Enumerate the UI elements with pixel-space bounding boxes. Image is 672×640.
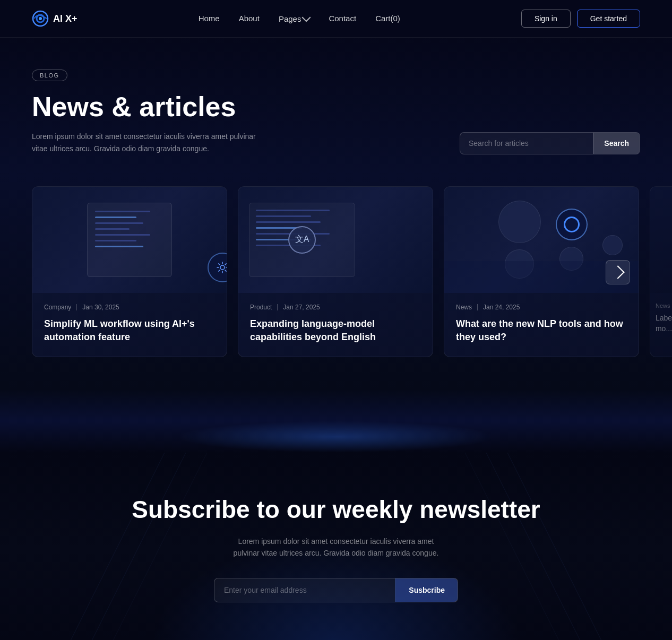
card-title-3: What are the new NLP tools and how they … — [456, 317, 627, 344]
card-2[interactable]: 文A Product Jan 27, 2025 Expanding langua… — [238, 186, 433, 357]
nav-item-pages[interactable]: Pages — [279, 14, 310, 23]
gradient-divider — [0, 389, 672, 453]
card-3[interactable]: News Jan 24, 2025 What are the new NLP t… — [444, 186, 639, 357]
svg-point-3 — [220, 265, 225, 270]
card-arrow-button[interactable] — [606, 260, 630, 284]
card-date-2: Jan 27, 2025 — [283, 304, 320, 311]
navbar: AI X+ Home About Pages Contact Cart(0) S… — [0, 0, 672, 38]
search-input[interactable] — [460, 133, 593, 154]
nav-actions: Sign in Get started — [521, 10, 640, 28]
card-1[interactable]: Company Jan 30, 2025 Simplify ML workflo… — [32, 186, 227, 357]
newsletter-section: Subscribe to our weekly newsletter Lorem… — [0, 453, 672, 640]
hero-description: Lorem ipsum dolor sit amet consectetur i… — [32, 131, 271, 154]
card-category-3: News — [456, 304, 472, 311]
card-date-3: Jan 24, 2025 — [483, 304, 520, 311]
card-4-peek: News Labelmo... — [650, 186, 672, 357]
newsletter-description: Lorem ipsum dolor sit amet consectetur i… — [230, 535, 442, 559]
card-date-1: Jan 30, 2025 — [82, 304, 119, 311]
signin-button[interactable]: Sign in — [521, 10, 571, 28]
nav-item-contact[interactable]: Contact — [329, 14, 356, 23]
svg-line-4 — [53, 453, 186, 640]
gear-icon — [208, 253, 227, 282]
newsletter-form: Susbcribe — [214, 578, 458, 602]
cards-row: Company Jan 30, 2025 Simplify ML workflo… — [32, 186, 640, 357]
logo-text: AI X+ — [53, 13, 77, 24]
blog-badge: BLOG — [32, 70, 67, 81]
getstarted-button[interactable]: Get started — [577, 10, 640, 28]
hero-title: News & articles — [32, 92, 297, 122]
email-input[interactable] — [214, 578, 395, 602]
card-category-1: Company — [44, 304, 71, 311]
arrow-right-icon — [611, 265, 624, 279]
card-category-2: Product — [250, 304, 272, 311]
svg-line-6 — [74, 453, 207, 640]
newsletter-title: Subscribe to our weekly newsletter — [32, 495, 640, 524]
card-title-2: Expanding language-model capabilities be… — [250, 317, 421, 344]
cards-section: Company Jan 30, 2025 Simplify ML workflo… — [0, 176, 672, 389]
svg-line-7 — [486, 453, 619, 640]
card-image-3 — [444, 187, 639, 293]
nav-item-cart[interactable]: Cart(0) — [375, 14, 400, 23]
card-image-2: 文A — [238, 187, 433, 293]
card-image-1 — [32, 187, 227, 293]
svg-point-2 — [39, 17, 42, 20]
search-button[interactable]: Search — [593, 133, 640, 154]
subscribe-button[interactable]: Susbcribe — [395, 578, 458, 602]
nav-item-home[interactable]: Home — [199, 14, 220, 23]
svg-line-9 — [465, 453, 598, 640]
card-title-1: Simplify ML workflow using AI+'s automat… — [44, 317, 215, 344]
logo-icon — [32, 10, 49, 27]
svg-line-8 — [507, 453, 640, 640]
search-bar: Search — [460, 132, 640, 154]
translate-icon: 文A — [288, 226, 316, 254]
nav-links: Home About Pages Contact Cart(0) — [199, 14, 400, 23]
svg-line-5 — [32, 453, 165, 640]
nav-item-about[interactable]: About — [239, 14, 260, 23]
hero-section: BLOG News & articles Lorem ipsum dolor s… — [0, 38, 672, 176]
chevron-down-icon — [302, 13, 311, 22]
logo[interactable]: AI X+ — [32, 10, 77, 27]
